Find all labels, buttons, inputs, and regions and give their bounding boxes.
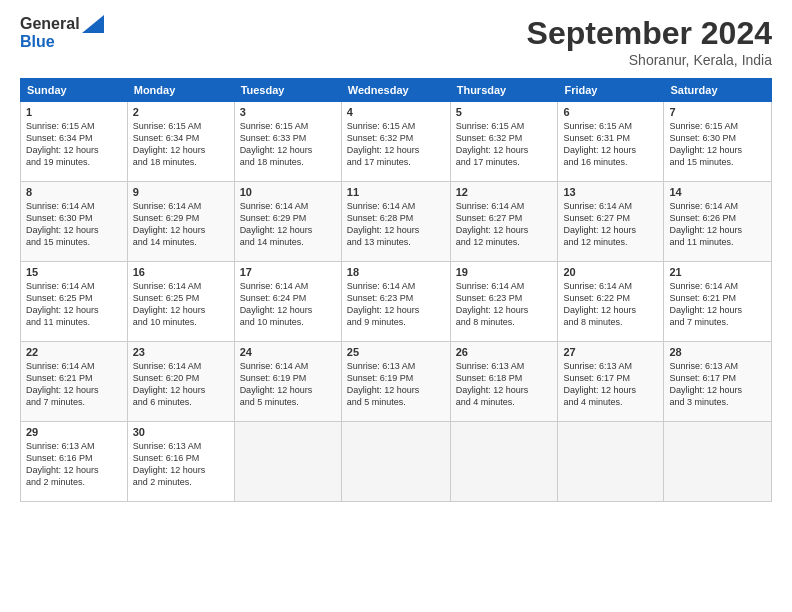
calendar-week-row: 22Sunrise: 6:14 AM Sunset: 6:21 PM Dayli… bbox=[21, 342, 772, 422]
logo-container: General Blue bbox=[20, 15, 104, 51]
logo-arrow bbox=[82, 15, 104, 33]
day-info: Sunrise: 6:14 AM Sunset: 6:21 PM Dayligh… bbox=[26, 360, 122, 409]
table-row: 16Sunrise: 6:14 AM Sunset: 6:25 PM Dayli… bbox=[127, 262, 234, 342]
day-info: Sunrise: 6:14 AM Sunset: 6:20 PM Dayligh… bbox=[133, 360, 229, 409]
day-number: 1 bbox=[26, 106, 122, 118]
page: General Blue September 2024 Shoranur, Ke… bbox=[0, 0, 792, 612]
day-number: 5 bbox=[456, 106, 553, 118]
table-row bbox=[450, 422, 558, 502]
day-number: 26 bbox=[456, 346, 553, 358]
day-number: 2 bbox=[133, 106, 229, 118]
table-row bbox=[664, 422, 772, 502]
day-number: 20 bbox=[563, 266, 658, 278]
calendar-week-row: 8Sunrise: 6:14 AM Sunset: 6:30 PM Daylig… bbox=[21, 182, 772, 262]
day-info: Sunrise: 6:14 AM Sunset: 6:27 PM Dayligh… bbox=[563, 200, 658, 249]
logo-blue: Blue bbox=[20, 33, 55, 51]
col-sunday: Sunday bbox=[21, 79, 128, 102]
svg-marker-0 bbox=[82, 15, 104, 33]
day-number: 19 bbox=[456, 266, 553, 278]
day-info: Sunrise: 6:14 AM Sunset: 6:29 PM Dayligh… bbox=[240, 200, 336, 249]
day-info: Sunrise: 6:13 AM Sunset: 6:17 PM Dayligh… bbox=[669, 360, 766, 409]
table-row: 4Sunrise: 6:15 AM Sunset: 6:32 PM Daylig… bbox=[341, 102, 450, 182]
table-row: 22Sunrise: 6:14 AM Sunset: 6:21 PM Dayli… bbox=[21, 342, 128, 422]
table-row: 23Sunrise: 6:14 AM Sunset: 6:20 PM Dayli… bbox=[127, 342, 234, 422]
table-row bbox=[341, 422, 450, 502]
table-row: 24Sunrise: 6:14 AM Sunset: 6:19 PM Dayli… bbox=[234, 342, 341, 422]
table-row: 8Sunrise: 6:14 AM Sunset: 6:30 PM Daylig… bbox=[21, 182, 128, 262]
day-info: Sunrise: 6:14 AM Sunset: 6:25 PM Dayligh… bbox=[133, 280, 229, 329]
table-row: 2Sunrise: 6:15 AM Sunset: 6:34 PM Daylig… bbox=[127, 102, 234, 182]
day-info: Sunrise: 6:14 AM Sunset: 6:21 PM Dayligh… bbox=[669, 280, 766, 329]
day-number: 23 bbox=[133, 346, 229, 358]
day-number: 17 bbox=[240, 266, 336, 278]
table-row: 6Sunrise: 6:15 AM Sunset: 6:31 PM Daylig… bbox=[558, 102, 664, 182]
day-info: Sunrise: 6:14 AM Sunset: 6:28 PM Dayligh… bbox=[347, 200, 445, 249]
day-number: 3 bbox=[240, 106, 336, 118]
title-block: September 2024 Shoranur, Kerala, India bbox=[527, 15, 772, 68]
table-row: 28Sunrise: 6:13 AM Sunset: 6:17 PM Dayli… bbox=[664, 342, 772, 422]
col-saturday: Saturday bbox=[664, 79, 772, 102]
day-info: Sunrise: 6:15 AM Sunset: 6:34 PM Dayligh… bbox=[133, 120, 229, 169]
table-row: 1Sunrise: 6:15 AM Sunset: 6:34 PM Daylig… bbox=[21, 102, 128, 182]
table-row: 20Sunrise: 6:14 AM Sunset: 6:22 PM Dayli… bbox=[558, 262, 664, 342]
day-info: Sunrise: 6:13 AM Sunset: 6:17 PM Dayligh… bbox=[563, 360, 658, 409]
day-info: Sunrise: 6:15 AM Sunset: 6:34 PM Dayligh… bbox=[26, 120, 122, 169]
table-row: 27Sunrise: 6:13 AM Sunset: 6:17 PM Dayli… bbox=[558, 342, 664, 422]
calendar-week-row: 15Sunrise: 6:14 AM Sunset: 6:25 PM Dayli… bbox=[21, 262, 772, 342]
location: Shoranur, Kerala, India bbox=[527, 52, 772, 68]
day-info: Sunrise: 6:15 AM Sunset: 6:32 PM Dayligh… bbox=[456, 120, 553, 169]
month-year: September 2024 bbox=[527, 15, 772, 52]
calendar-table: Sunday Monday Tuesday Wednesday Thursday… bbox=[20, 78, 772, 502]
table-row: 5Sunrise: 6:15 AM Sunset: 6:32 PM Daylig… bbox=[450, 102, 558, 182]
day-info: Sunrise: 6:15 AM Sunset: 6:31 PM Dayligh… bbox=[563, 120, 658, 169]
table-row: 30Sunrise: 6:13 AM Sunset: 6:16 PM Dayli… bbox=[127, 422, 234, 502]
table-row: 10Sunrise: 6:14 AM Sunset: 6:29 PM Dayli… bbox=[234, 182, 341, 262]
table-row: 11Sunrise: 6:14 AM Sunset: 6:28 PM Dayli… bbox=[341, 182, 450, 262]
day-number: 16 bbox=[133, 266, 229, 278]
day-number: 28 bbox=[669, 346, 766, 358]
table-row: 25Sunrise: 6:13 AM Sunset: 6:19 PM Dayli… bbox=[341, 342, 450, 422]
calendar-week-row: 1Sunrise: 6:15 AM Sunset: 6:34 PM Daylig… bbox=[21, 102, 772, 182]
col-wednesday: Wednesday bbox=[341, 79, 450, 102]
day-number: 8 bbox=[26, 186, 122, 198]
day-number: 15 bbox=[26, 266, 122, 278]
col-thursday: Thursday bbox=[450, 79, 558, 102]
day-number: 27 bbox=[563, 346, 658, 358]
day-number: 30 bbox=[133, 426, 229, 438]
logo: General Blue bbox=[20, 15, 104, 51]
table-row: 7Sunrise: 6:15 AM Sunset: 6:30 PM Daylig… bbox=[664, 102, 772, 182]
col-monday: Monday bbox=[127, 79, 234, 102]
calendar-week-row: 29Sunrise: 6:13 AM Sunset: 6:16 PM Dayli… bbox=[21, 422, 772, 502]
day-info: Sunrise: 6:14 AM Sunset: 6:22 PM Dayligh… bbox=[563, 280, 658, 329]
table-row: 29Sunrise: 6:13 AM Sunset: 6:16 PM Dayli… bbox=[21, 422, 128, 502]
day-number: 6 bbox=[563, 106, 658, 118]
table-row: 15Sunrise: 6:14 AM Sunset: 6:25 PM Dayli… bbox=[21, 262, 128, 342]
table-row: 18Sunrise: 6:14 AM Sunset: 6:23 PM Dayli… bbox=[341, 262, 450, 342]
table-row bbox=[234, 422, 341, 502]
day-number: 10 bbox=[240, 186, 336, 198]
day-number: 12 bbox=[456, 186, 553, 198]
day-info: Sunrise: 6:15 AM Sunset: 6:30 PM Dayligh… bbox=[669, 120, 766, 169]
day-number: 22 bbox=[26, 346, 122, 358]
header: General Blue September 2024 Shoranur, Ke… bbox=[20, 15, 772, 68]
day-info: Sunrise: 6:15 AM Sunset: 6:32 PM Dayligh… bbox=[347, 120, 445, 169]
day-info: Sunrise: 6:13 AM Sunset: 6:19 PM Dayligh… bbox=[347, 360, 445, 409]
day-number: 25 bbox=[347, 346, 445, 358]
day-info: Sunrise: 6:14 AM Sunset: 6:26 PM Dayligh… bbox=[669, 200, 766, 249]
day-info: Sunrise: 6:14 AM Sunset: 6:27 PM Dayligh… bbox=[456, 200, 553, 249]
day-info: Sunrise: 6:13 AM Sunset: 6:16 PM Dayligh… bbox=[26, 440, 122, 489]
day-number: 11 bbox=[347, 186, 445, 198]
day-info: Sunrise: 6:14 AM Sunset: 6:25 PM Dayligh… bbox=[26, 280, 122, 329]
table-row: 3Sunrise: 6:15 AM Sunset: 6:33 PM Daylig… bbox=[234, 102, 341, 182]
day-info: Sunrise: 6:14 AM Sunset: 6:23 PM Dayligh… bbox=[347, 280, 445, 329]
day-number: 14 bbox=[669, 186, 766, 198]
day-number: 13 bbox=[563, 186, 658, 198]
table-row: 19Sunrise: 6:14 AM Sunset: 6:23 PM Dayli… bbox=[450, 262, 558, 342]
table-row: 13Sunrise: 6:14 AM Sunset: 6:27 PM Dayli… bbox=[558, 182, 664, 262]
col-tuesday: Tuesday bbox=[234, 79, 341, 102]
calendar-header-row: Sunday Monday Tuesday Wednesday Thursday… bbox=[21, 79, 772, 102]
table-row: 26Sunrise: 6:13 AM Sunset: 6:18 PM Dayli… bbox=[450, 342, 558, 422]
day-info: Sunrise: 6:13 AM Sunset: 6:16 PM Dayligh… bbox=[133, 440, 229, 489]
day-number: 29 bbox=[26, 426, 122, 438]
table-row: 12Sunrise: 6:14 AM Sunset: 6:27 PM Dayli… bbox=[450, 182, 558, 262]
